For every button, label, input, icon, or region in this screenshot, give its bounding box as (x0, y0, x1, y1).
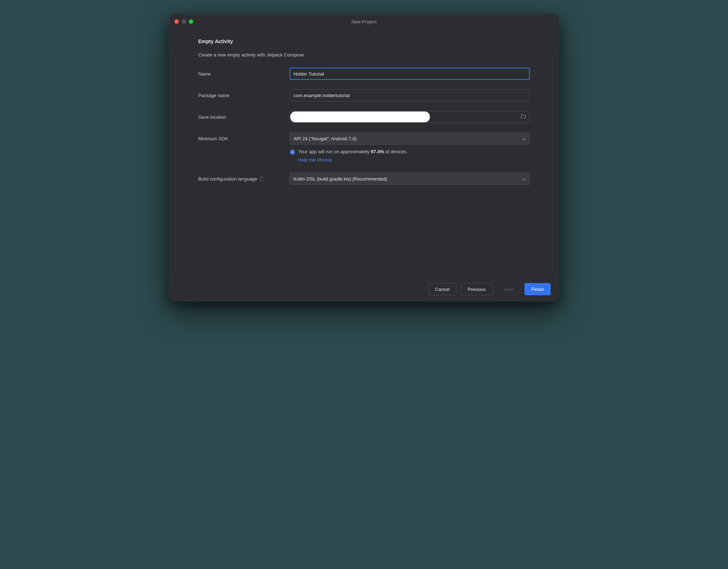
name-input[interactable] (290, 68, 530, 80)
package-name-label: Package name (198, 93, 290, 98)
chevron-down-icon (522, 136, 526, 141)
minimum-sdk-row: Minimum SDK API 24 ("Nougat"; Android 7.… (198, 132, 530, 145)
build-config-value: Kotlin DSL (build.gradle.kts) [Recommend… (294, 176, 387, 182)
chevron-down-icon (522, 176, 526, 182)
next-button: Next (497, 283, 520, 295)
minimum-sdk-value: API 24 ("Nougat"; Android 7.0) (294, 136, 356, 141)
name-label: Name (198, 71, 290, 77)
cancel-button[interactable]: Cancel (428, 283, 456, 295)
build-config-label: Build configuration language ? (198, 176, 290, 182)
redacted-path (290, 111, 430, 122)
previous-button[interactable]: Previous (461, 283, 493, 295)
name-row: Name (198, 68, 530, 80)
svg-rect-1 (292, 152, 293, 154)
minimize-window-button (182, 19, 186, 24)
build-config-select[interactable]: Kotlin DSL (build.gradle.kts) [Recommend… (290, 173, 530, 185)
window-controls (174, 19, 193, 24)
save-location-label: Save location (198, 114, 290, 120)
minimum-sdk-label: Minimum SDK (198, 136, 290, 141)
minimum-sdk-select[interactable]: API 24 ("Nougat"; Android 7.0) (290, 132, 530, 145)
help-me-choose-link[interactable]: Help me choose (298, 157, 332, 163)
save-location-row: Save location (198, 111, 530, 123)
section-title: Empty Activity (198, 38, 530, 44)
info-icon (290, 149, 295, 155)
maximize-window-button[interactable] (189, 19, 193, 24)
sdk-info-row: Your app will run on approximately 97.4%… (290, 149, 530, 155)
new-project-dialog: New Project Empty Activity Create a new … (169, 14, 559, 301)
dialog-content: Empty Activity Create a new empty activi… (169, 28, 559, 277)
help-icon[interactable]: ? (259, 176, 264, 181)
section-description: Create a new empty activity with Jetpack… (198, 52, 530, 58)
dialog-footer: Cancel Previous Next Finish (169, 277, 559, 301)
svg-point-2 (292, 151, 293, 151)
finish-button[interactable]: Finish (524, 283, 551, 295)
close-window-button[interactable] (174, 19, 179, 24)
window-title: New Project (351, 19, 377, 24)
spacer (198, 194, 530, 273)
package-name-input[interactable] (290, 89, 530, 101)
sdk-info-text: Your app will run on approximately 97.4%… (298, 149, 408, 154)
titlebar: New Project (169, 15, 559, 28)
package-name-row: Package name (198, 89, 530, 101)
build-config-row: Build configuration language ? Kotlin DS… (198, 173, 530, 185)
